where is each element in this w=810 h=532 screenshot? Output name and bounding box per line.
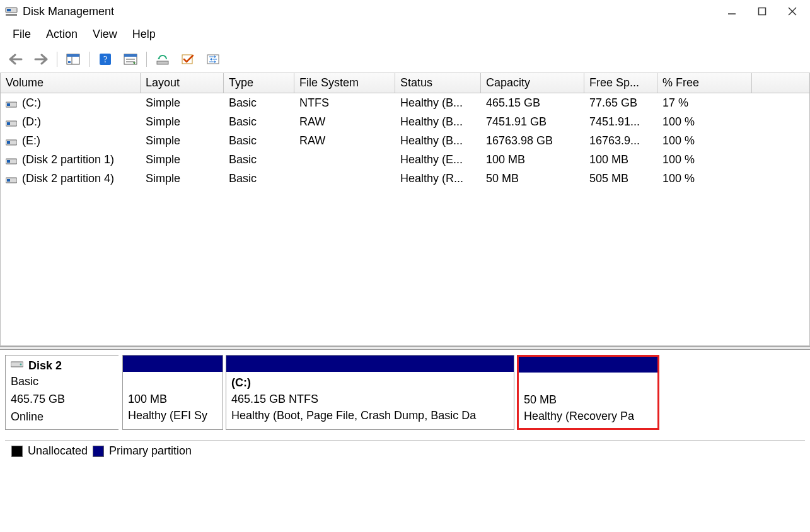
cell-layout: Simple [141,134,224,147]
col-free-space[interactable]: Free Sp... [584,73,657,93]
cell-status: Healthy (E... [395,153,481,166]
col-layout[interactable]: Layout [141,73,224,93]
settings-button[interactable] [202,51,224,67]
window-controls [726,5,805,18]
menu-bar: File Action View Help [0,23,810,49]
partition-status: Healthy (EFI Sy [128,407,217,424]
cell-status: Healthy (B... [395,134,481,147]
disk-info: Disk 2 Basic 465.75 GB Online [5,355,119,430]
svg-rect-33 [7,141,10,144]
title-bar: Disk Management [0,0,810,23]
svg-marker-23 [214,55,216,58]
cell-pct-free: 100 % [657,172,752,185]
volume-table-body: (C:)SimpleBasicNTFSHealthy (B...465.15 G… [1,93,809,345]
cell-file-system: NTFS [294,96,395,110]
cell-status: Healthy (B... [395,96,481,110]
drive-icon [6,175,17,183]
cell-status: Healthy (B... [395,115,481,129]
disk-graphic-pane: Disk 2 Basic 465.75 GB Online 100 MBHeal… [0,350,810,461]
cell-file-system: RAW [294,115,395,129]
partition-bar [226,356,514,372]
svg-rect-29 [7,103,10,106]
col-file-system[interactable]: File System [294,73,395,93]
partition-bar [518,356,658,373]
legend-swatch-primary [93,446,104,457]
drive-icon [6,137,17,146]
svg-marker-27 [214,61,216,63]
col-capacity[interactable]: Capacity [481,73,584,93]
col-pct-free[interactable]: % Free [657,73,752,93]
back-button[interactable] [5,51,26,67]
menu-file[interactable]: File [9,26,35,42]
svg-rect-31 [7,122,10,125]
show-hide-tree-button[interactable] [62,51,84,67]
cell-type: Basic [224,134,294,147]
table-row[interactable]: (Disk 2 partition 1)SimpleBasicHealthy (… [1,150,809,169]
partition-block[interactable]: (C:)465.15 GB NTFSHealthy (Boot, Page Fi… [226,355,514,430]
svg-rect-4 [759,8,766,15]
toolbar-separator [89,52,90,67]
cell-layout: Simple [141,115,224,129]
help-button[interactable]: ? [95,51,116,67]
drive-icon [6,99,17,108]
cell-volume: (E:) [22,134,40,147]
cell-free-space: 16763.9... [584,134,657,147]
cell-layout: Simple [141,153,224,166]
menu-action[interactable]: Action [42,26,81,42]
partition-block[interactable]: 100 MBHealthy (EFI Sy [122,355,223,430]
refresh-button[interactable] [152,51,173,67]
cell-volume: (D:) [22,115,41,128]
cell-type: Basic [224,115,294,129]
cell-volume: (C:) [22,96,41,109]
partition-size: 50 MB [524,391,652,408]
partition-list: 100 MBHealthy (EFI Sy(C:)465.15 GB NTFSH… [122,355,805,430]
partition-label: (C:) [231,374,509,391]
cell-free-space: 505 MB [584,172,657,185]
action-list-button[interactable] [120,51,141,67]
svg-point-39 [20,364,22,366]
minimize-button[interactable] [726,5,738,18]
legend-swatch-unallocated [11,446,23,457]
col-status[interactable]: Status [395,73,481,93]
close-button[interactable] [786,5,799,18]
cell-free-space: 7451.91... [584,115,657,129]
disk-state: Online [11,408,113,425]
svg-rect-8 [67,54,79,57]
window-title: Disk Management [23,5,114,18]
cell-capacity: 16763.98 GB [481,134,584,147]
disk-size: 465.75 GB [11,390,113,408]
table-row[interactable]: (C:)SimpleBasicNTFSHealthy (B...465.15 G… [1,93,809,112]
apply-button[interactable] [177,51,199,67]
svg-rect-14 [124,54,137,57]
maximize-button[interactable] [756,5,768,18]
cell-type: Basic [224,172,294,185]
cell-layout: Simple [141,172,224,185]
table-row[interactable]: (D:)SimpleBasicRAWHealthy (B...7451.91 G… [1,112,809,131]
toolbar: ? [0,49,810,73]
cell-pct-free: 100 % [657,134,752,147]
col-type[interactable]: Type [224,73,294,93]
cell-free-space: 100 MB [584,153,657,166]
svg-text:?: ? [103,55,107,64]
partition-size: 465.15 GB NTFS [231,391,509,407]
cell-pct-free: 100 % [657,115,752,129]
table-row[interactable]: (Disk 2 partition 4)SimpleBasicHealthy (… [1,169,809,188]
cell-volume: (Disk 2 partition 4) [22,172,114,185]
cell-type: Basic [224,96,294,110]
forward-button[interactable] [30,51,52,67]
drive-icon [6,156,17,165]
cell-capacity: 7451.91 GB [481,115,584,129]
partition-block[interactable]: 50 MBHealthy (Recovery Pa [517,355,659,430]
disk-row[interactable]: Disk 2 Basic 465.75 GB Online 100 MBHeal… [5,355,805,430]
col-volume[interactable]: Volume [1,73,141,93]
disk-icon [11,359,23,373]
svg-rect-2 [6,14,17,16]
svg-marker-25 [210,58,212,61]
cell-file-system: RAW [294,134,395,147]
menu-help[interactable]: Help [129,26,159,42]
svg-rect-35 [7,160,10,163]
col-trailing [752,73,809,93]
partition-status: Healthy (Boot, Page File, Crash Dump, Ba… [231,407,509,424]
menu-view[interactable]: View [89,26,121,42]
table-row[interactable]: (E:)SimpleBasicRAWHealthy (B...16763.98 … [1,131,809,150]
